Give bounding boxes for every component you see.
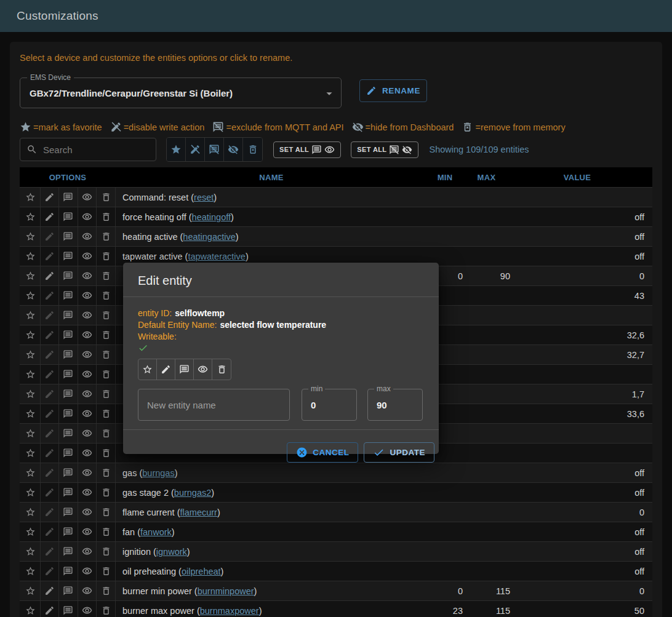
mqtt-toggle[interactable]	[59, 404, 78, 423]
mqtt-toggle[interactable]	[59, 424, 78, 443]
visibility-toggle[interactable]	[78, 188, 97, 207]
mqtt-toggle[interactable]	[59, 444, 78, 463]
favorite-toggle[interactable]	[138, 359, 157, 380]
visibility-toggle[interactable]	[78, 503, 97, 522]
favorite-toggle[interactable]	[22, 207, 41, 226]
write-toggle[interactable]	[41, 286, 60, 305]
update-button[interactable]: UPDATE	[364, 442, 434, 463]
entity-name[interactable]: force heating off (heatingoff)	[116, 207, 427, 226]
write-toggle[interactable]	[41, 247, 60, 266]
visibility-toggle[interactable]	[78, 345, 97, 364]
delete-toggle[interactable]	[97, 247, 116, 266]
mqtt-toggle[interactable]	[59, 188, 78, 207]
visibility-toggle[interactable]	[78, 542, 97, 561]
filter-exclude-mqtt-button[interactable]	[205, 138, 224, 161]
min-input[interactable]	[302, 400, 356, 410]
entity-shortname-link[interactable]: heatingoff	[192, 212, 231, 222]
entity-name[interactable]: oil preheating (oilpreheat)	[116, 562, 427, 581]
write-toggle[interactable]	[41, 463, 60, 482]
mqtt-toggle[interactable]	[59, 581, 78, 600]
delete-toggle[interactable]	[97, 207, 116, 226]
delete-toggle[interactable]	[97, 325, 116, 344]
write-toggle[interactable]	[41, 503, 60, 522]
mqtt-toggle[interactable]	[59, 522, 78, 541]
write-toggle[interactable]	[41, 384, 60, 404]
mqtt-toggle[interactable]	[175, 359, 194, 380]
mqtt-toggle[interactable]	[59, 562, 78, 581]
delete-toggle[interactable]	[97, 188, 116, 207]
entity-shortname-link[interactable]: heatingactive	[183, 232, 235, 242]
visibility-toggle[interactable]	[78, 286, 97, 305]
write-toggle[interactable]	[41, 404, 60, 423]
mqtt-toggle[interactable]	[59, 247, 78, 266]
delete-toggle[interactable]	[97, 463, 116, 482]
entity-shortname-link[interactable]: flamecurr	[180, 508, 217, 517]
visibility-toggle[interactable]	[78, 601, 97, 617]
favorite-toggle[interactable]	[22, 404, 41, 423]
visibility-toggle[interactable]	[78, 463, 97, 482]
favorite-toggle[interactable]	[22, 424, 41, 443]
favorite-toggle[interactable]	[22, 306, 41, 325]
filter-hide-dashboard-button[interactable]	[224, 138, 243, 161]
entity-shortname-link[interactable]: tapwateractive	[188, 252, 246, 261]
write-toggle[interactable]	[41, 424, 60, 443]
entity-name[interactable]: heating active (heatingactive)	[116, 227, 427, 246]
delete-toggle[interactable]	[97, 365, 116, 384]
write-toggle[interactable]	[41, 188, 60, 207]
favorite-toggle[interactable]	[22, 188, 41, 207]
visibility-toggle[interactable]	[78, 404, 97, 423]
delete-toggle[interactable]	[97, 562, 116, 581]
mqtt-toggle[interactable]	[59, 483, 78, 502]
write-toggle[interactable]	[41, 562, 60, 581]
delete-toggle[interactable]	[97, 444, 116, 463]
mqtt-toggle[interactable]	[59, 503, 78, 522]
entity-name[interactable]: gas stage 2 (burngas2)	[116, 483, 427, 502]
ems-device-select[interactable]: EMS Device GBx72/Trendline/Cerapur/Green…	[20, 78, 342, 108]
cancel-button[interactable]: CANCEL	[287, 442, 358, 463]
delete-toggle[interactable]	[97, 483, 116, 502]
entity-name[interactable]: gas (burngas)	[116, 463, 427, 482]
delete-toggle[interactable]	[97, 384, 116, 404]
write-toggle[interactable]	[41, 365, 60, 384]
visibility-toggle[interactable]	[78, 384, 97, 404]
favorite-toggle[interactable]	[22, 384, 41, 404]
entity-shortname-link[interactable]: ignwork	[156, 547, 187, 557]
entity-shortname-link[interactable]: fanwork	[140, 527, 172, 537]
mqtt-toggle[interactable]	[59, 345, 78, 364]
favorite-toggle[interactable]	[22, 581, 41, 600]
write-toggle[interactable]	[41, 227, 60, 246]
entity-name[interactable]: burner max power (burnmaxpower)	[116, 601, 427, 617]
entity-name[interactable]: Command: reset (reset)	[116, 188, 427, 207]
entity-shortname-link[interactable]: burngas2	[174, 488, 211, 498]
favorite-toggle[interactable]	[22, 522, 41, 541]
delete-toggle[interactable]	[97, 424, 116, 443]
write-toggle[interactable]	[157, 359, 175, 380]
entity-name[interactable]: burner min power (burnminpower)	[116, 581, 427, 600]
entity-shortname-link[interactable]: burngas	[142, 468, 174, 478]
entity-name[interactable]: flame current (flamecurr)	[116, 503, 427, 522]
favorite-toggle[interactable]	[22, 601, 41, 617]
delete-toggle[interactable]	[97, 345, 116, 364]
favorite-toggle[interactable]	[22, 562, 41, 581]
visibility-toggle[interactable]	[78, 227, 97, 246]
visibility-toggle[interactable]	[78, 266, 97, 285]
entity-shortname-link[interactable]: oilpreheat	[182, 567, 221, 576]
visibility-toggle[interactable]	[78, 424, 97, 443]
write-toggle[interactable]	[41, 444, 60, 463]
delete-toggle[interactable]	[97, 266, 116, 285]
filter-favorite-button[interactable]	[167, 138, 186, 161]
visibility-toggle[interactable]	[78, 483, 97, 502]
search-input[interactable]	[43, 145, 142, 155]
write-toggle[interactable]	[41, 601, 60, 617]
entity-name[interactable]: ignition (ignwork)	[116, 542, 427, 561]
set-all-show-button[interactable]: SET ALL	[273, 141, 341, 158]
delete-toggle[interactable]	[97, 542, 116, 561]
mqtt-toggle[interactable]	[59, 384, 78, 404]
entity-shortname-link[interactable]: reset	[194, 193, 214, 202]
write-toggle[interactable]	[41, 207, 60, 226]
mqtt-toggle[interactable]	[59, 601, 78, 617]
mqtt-toggle[interactable]	[59, 207, 78, 226]
visibility-toggle[interactable]	[78, 522, 97, 541]
write-toggle[interactable]	[41, 522, 60, 541]
set-all-hide-button[interactable]: SET ALL	[351, 141, 418, 158]
